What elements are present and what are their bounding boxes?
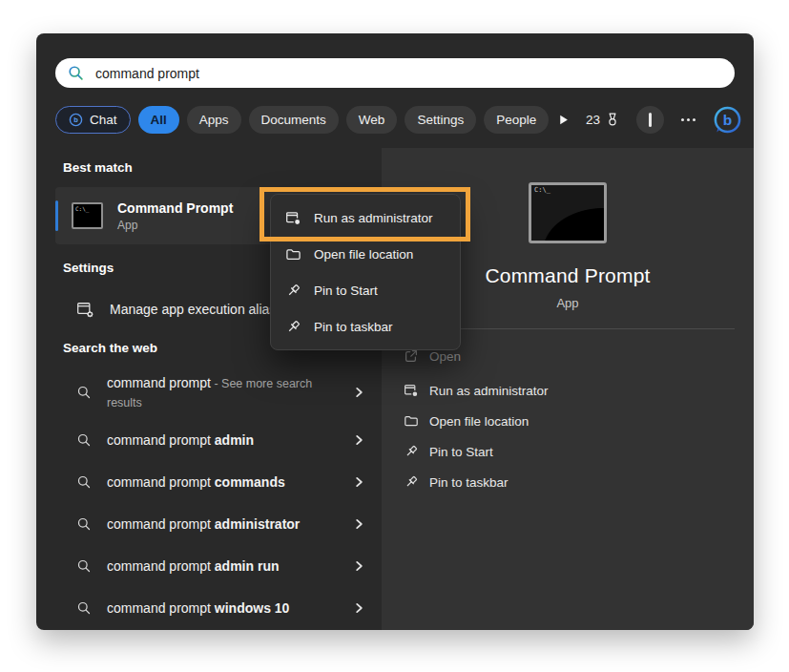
web-suggestion-row[interactable]: command prompt admin [55, 419, 382, 461]
terminal-glyph: C:\_ [75, 205, 89, 212]
tab-label: All [151, 113, 167, 127]
search-bar[interactable] [55, 58, 735, 88]
tab-settings[interactable]: Settings [405, 106, 476, 134]
menu-item-pin-to-taskbar[interactable]: Pin to taskbar [271, 308, 460, 345]
best-match-text: Command Prompt App [117, 200, 233, 232]
tab-label: Settings [417, 113, 464, 127]
vertical-bar-glyph [649, 113, 652, 127]
action-label: Open file location [429, 414, 529, 429]
filter-tabs-row: b Chat All Apps Documents Web Settings P… [55, 104, 742, 135]
menu-item-run-as-administrator[interactable]: Run as administrator [271, 200, 460, 236]
preview-actions-list: Open Run as administrator Open file loca… [382, 341, 754, 497]
pin-icon [285, 319, 301, 335]
more-filters-button[interactable] [557, 113, 570, 127]
bing-chat-icon: b [69, 113, 83, 127]
web-suggestions-list: command prompt - See more search results… [55, 366, 382, 629]
bing-logo-icon: b [713, 105, 742, 135]
ellipsis-icon [680, 117, 696, 122]
folder-icon [285, 246, 301, 262]
menu-item-label: Pin to Start [314, 284, 378, 298]
chevron-right-icon[interactable] [354, 476, 364, 489]
command-prompt-large-icon: C:\_ [529, 182, 607, 243]
menu-item-pin-to-start[interactable]: Pin to Start [271, 272, 460, 308]
terminal-glyph: C:\_ [534, 186, 550, 194]
rewards-counter[interactable]: 23 [586, 112, 620, 128]
chevron-right-icon[interactable] [354, 387, 364, 399]
context-menu: Run as administrator Open file location … [270, 194, 461, 350]
action-label: Open [429, 349, 461, 364]
folder-icon [404, 413, 419, 429]
chevron-right-icon[interactable] [354, 602, 364, 615]
tab-apps[interactable]: Apps [187, 106, 241, 134]
play-icon [557, 113, 570, 127]
web-suggestion-row[interactable]: command prompt administrator [55, 503, 382, 545]
command-prompt-icon: C:\_ [72, 202, 103, 229]
action-label: Pin to taskbar [429, 475, 509, 490]
menu-item-label: Open file location [314, 247, 413, 262]
bing-logo-button[interactable]: b [713, 105, 742, 135]
suggestion-search-icon [76, 432, 92, 448]
run-as-admin-icon [404, 383, 419, 398]
tab-label: Apps [199, 113, 229, 127]
tab-label: Chat [90, 113, 117, 127]
web-suggestion-row[interactable]: command prompt admin run [55, 545, 382, 587]
suggestion-search-icon [76, 385, 92, 400]
user-badge-button[interactable] [636, 106, 664, 134]
menu-item-open-file-location[interactable]: Open file location [271, 236, 460, 272]
run-as-admin-icon [285, 210, 301, 226]
open-icon [404, 348, 419, 364]
search-the-web-heading: Search the web [63, 341, 157, 355]
pin-icon [285, 283, 301, 299]
suggestion-search-icon [76, 516, 92, 532]
web-suggestion-row[interactable]: command prompt commands [55, 461, 382, 503]
web-suggestion-row[interactable]: command prompt windows 10 [55, 587, 382, 629]
tab-people[interactable]: People [484, 106, 549, 134]
chevron-right-icon[interactable] [354, 434, 364, 447]
settings-item-label: Manage app execution aliases [110, 302, 290, 317]
windows-search-flyout: b Chat All Apps Documents Web Settings P… [36, 33, 754, 630]
search-toolbar: 23 [557, 105, 742, 135]
menu-item-label: Pin to taskbar [314, 320, 393, 334]
suggestion-text: command prompt commands [107, 472, 285, 492]
action-pin-to-taskbar[interactable]: Pin to taskbar [382, 467, 754, 497]
tab-all[interactable]: All [138, 106, 179, 134]
chevron-right-icon[interactable] [354, 518, 364, 531]
action-pin-to-start[interactable]: Pin to Start [382, 436, 754, 467]
pin-icon [404, 474, 419, 490]
rewards-medal-icon [605, 112, 620, 128]
pin-icon [404, 444, 419, 459]
svg-text:b: b [723, 112, 732, 128]
svg-text:b: b [73, 116, 78, 124]
search-icon [68, 65, 84, 81]
action-run-as-administrator[interactable]: Run as administrator [382, 375, 754, 406]
screenshot-page: b Chat All Apps Documents Web Settings P… [0, 0, 789, 672]
search-input[interactable] [93, 65, 722, 82]
tab-documents[interactable]: Documents [249, 106, 339, 134]
chevron-right-icon[interactable] [354, 560, 364, 573]
window-gear-icon [76, 301, 94, 319]
best-match-title: Command Prompt [117, 200, 233, 216]
tab-label: Web [359, 113, 385, 127]
suggestion-text: command prompt administrator [107, 514, 300, 534]
action-open-file-location[interactable]: Open file location [382, 406, 754, 436]
suggestion-text: command prompt - See more search results [107, 373, 334, 412]
more-options-button[interactable] [680, 117, 696, 122]
best-match-heading: Best match [63, 160, 133, 175]
best-match-type: App [117, 219, 233, 232]
suggestion-search-icon [76, 474, 92, 490]
suggestion-search-icon [76, 600, 92, 616]
action-label: Pin to Start [429, 445, 493, 459]
menu-item-label: Run as administrator [314, 211, 433, 225]
tab-web[interactable]: Web [346, 106, 398, 134]
rewards-count: 23 [586, 113, 600, 127]
tab-chat[interactable]: b Chat [55, 106, 131, 134]
action-label: Run as administrator [429, 384, 549, 398]
web-suggestion-row[interactable]: command prompt - See more search results [55, 366, 382, 419]
suggestion-text: command prompt admin run [107, 556, 280, 576]
tab-label: Documents [261, 113, 326, 127]
suggestion-search-icon [76, 558, 92, 574]
settings-heading: Settings [63, 261, 114, 275]
suggestion-text: command prompt admin [107, 430, 254, 450]
tab-label: People [496, 113, 536, 127]
suggestion-text: command prompt windows 10 [107, 598, 289, 618]
